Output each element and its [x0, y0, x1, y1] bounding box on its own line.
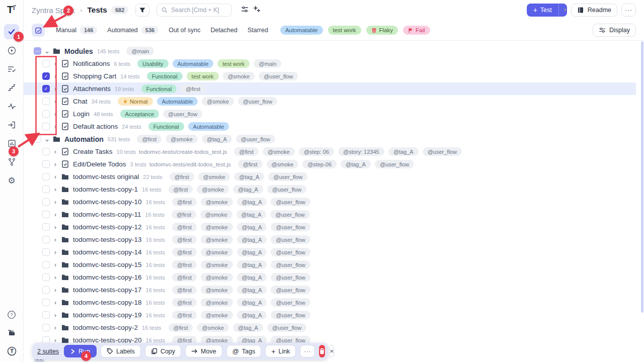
- tag-badge[interactable]: @first: [137, 135, 162, 143]
- tag-badge[interactable]: @tag_A: [236, 210, 267, 219]
- bulk-edit-button[interactable]: [32, 24, 45, 37]
- tag-badge[interactable]: @first: [172, 198, 197, 206]
- tag-badge[interactable]: @first: [238, 160, 263, 168]
- suite-row[interactable]: —⌄Modules145 tests@main: [24, 45, 644, 57]
- sidebar-item-branches[interactable]: [4, 154, 19, 169]
- tag-badge[interactable]: @tag_A: [237, 286, 267, 294]
- suite-row[interactable]: ›todomvc-tests original22 tests@first@sm…: [24, 170, 644, 183]
- suite-name[interactable]: Chat: [73, 98, 88, 105]
- chevron-right-icon[interactable]: ›: [53, 85, 58, 93]
- delete-button[interactable]: [319, 345, 325, 357]
- tag-badge[interactable]: @first: [172, 311, 197, 319]
- ai-sparkle-icon[interactable]: [253, 5, 261, 15]
- tag-badge[interactable]: @smoke: [200, 210, 232, 219]
- row-checkbox[interactable]: [42, 60, 50, 67]
- tag-badge[interactable]: @tag_A: [237, 235, 267, 244]
- chevron-right-icon[interactable]: ›: [53, 211, 58, 218]
- row-checkbox[interactable]: ✓: [42, 72, 50, 80]
- add-test-button[interactable]: +Test ▼: [527, 4, 567, 17]
- tag-badge[interactable]: @tag_A: [233, 185, 263, 194]
- chevron-right-icon[interactable]: ›: [53, 311, 58, 319]
- label-badge[interactable]: Acceptance: [120, 110, 159, 118]
- tag-badge[interactable]: @smoke: [201, 235, 233, 244]
- sidebar-item-import[interactable]: [4, 117, 19, 132]
- sidebar-item-help[interactable]: ?: [4, 309, 19, 321]
- tag-badge[interactable]: @user_flow: [271, 286, 310, 294]
- bar-more-button[interactable]: ···: [300, 345, 315, 357]
- suite-row[interactable]: ›Login48 testsAcceptance@user_flow: [24, 108, 644, 120]
- search-input[interactable]: Search [Cmd + K]: [156, 4, 232, 17]
- row-checkbox[interactable]: [42, 198, 50, 206]
- suite-row[interactable]: ›todomvc-tests-copy-1616 tests@first@smo…: [24, 271, 644, 284]
- link-button[interactable]: +Link: [265, 345, 296, 357]
- tag-badge[interactable]: @user_flow: [270, 210, 309, 219]
- sidebar-item-settings[interactable]: ⚙: [4, 173, 19, 188]
- filter-chip-fail[interactable]: Fail: [403, 26, 430, 35]
- chevron-right-icon[interactable]: ›: [53, 261, 58, 268]
- tag-badge[interactable]: @first: [169, 185, 193, 194]
- filter-tab-out-of-sync[interactable]: Out of sync: [169, 27, 200, 34]
- filter-tab-automated[interactable]: Automated536: [107, 26, 158, 34]
- tag-badge[interactable]: @smoke: [166, 135, 198, 143]
- suite-row[interactable]: ›todomvc-tests-copy-1116 tests@first@smo…: [24, 208, 644, 221]
- scrollbar[interactable]: [641, 41, 643, 313]
- tag-badge[interactable]: @smoke: [201, 298, 233, 307]
- tag-badge[interactable]: @smoke: [197, 323, 229, 332]
- tag-badge[interactable]: @first: [170, 172, 194, 181]
- tag-badge[interactable]: @first: [172, 298, 197, 307]
- sidebar-item-account[interactable]: T: [4, 345, 19, 357]
- suite-name[interactable]: todomvc-tests-copy-10: [73, 198, 142, 206]
- tag-badge[interactable]: @user_flow: [271, 248, 310, 256]
- sidebar-item-pulse[interactable]: [4, 99, 19, 114]
- filter-chip-test-work[interactable]: test work: [328, 26, 361, 35]
- label-badge[interactable]: Functional: [148, 122, 184, 131]
- tag-badge[interactable]: @user_flow: [375, 160, 414, 168]
- chevron-right-icon[interactable]: ›: [53, 148, 58, 155]
- chevron-right-icon[interactable]: ›: [53, 299, 58, 306]
- suite-row[interactable]: ›Notifications6 testsUsabilityAutomatabl…: [24, 57, 644, 70]
- tag-badge[interactable]: @tag_A: [234, 172, 264, 181]
- copy-button[interactable]: Copy: [145, 345, 181, 357]
- row-checkbox[interactable]: [42, 148, 50, 155]
- row-checkbox[interactable]: [42, 236, 50, 243]
- tag-badge[interactable]: @tag_A: [341, 160, 371, 168]
- suite-name[interactable]: todomvc-tests-copy-1: [73, 186, 138, 193]
- suite-name[interactable]: Shopping Cart: [73, 72, 116, 80]
- tag-badge[interactable]: @user_flow: [271, 223, 310, 231]
- suite-row[interactable]: ⌄Automation531 tests@first@smoke@tag_A@u…: [24, 133, 644, 145]
- chevron-right-icon[interactable]: ›: [53, 274, 58, 281]
- sidebar-item-test-plans[interactable]: [4, 61, 19, 76]
- suite-row[interactable]: ✓›Attachments19 testsFunctional@first: [24, 82, 636, 95]
- chevron-right-icon[interactable]: ›: [53, 286, 58, 294]
- row-checkbox[interactable]: [42, 286, 50, 294]
- suite-name[interactable]: todomvc-tests-copy-19: [73, 311, 142, 319]
- tag-badge[interactable]: @smoke: [201, 286, 233, 294]
- label-badge[interactable]: Automatable: [188, 122, 229, 131]
- label-badge[interactable]: Normal: [118, 97, 152, 106]
- row-checkbox[interactable]: [42, 173, 50, 180]
- suite-row[interactable]: ✓›Shopping Cart14 testsFunctionaltest wo…: [24, 70, 644, 82]
- suite-row[interactable]: ›todomvc-tests-copy-216 tests@first@smok…: [24, 321, 644, 334]
- suite-name[interactable]: Default actions: [73, 123, 118, 130]
- row-checkbox[interactable]: [42, 160, 50, 168]
- tag-badge[interactable]: @user_flow: [271, 260, 310, 269]
- tag-badge[interactable]: @smoke: [267, 160, 299, 168]
- view-settings-icon[interactable]: [241, 6, 249, 15]
- tag-badge[interactable]: @user_flow: [236, 135, 275, 143]
- tag-badge[interactable]: @tag_A: [237, 248, 267, 256]
- tag-badge[interactable]: @first: [172, 286, 197, 294]
- tag-badge[interactable]: @smoke: [201, 198, 233, 206]
- row-checkbox[interactable]: [42, 248, 50, 256]
- label-badge[interactable]: test work: [217, 59, 250, 68]
- suite-row[interactable]: ›Edit/Delete Todos3 teststodomvc-tests/e…: [24, 158, 644, 170]
- row-checkbox[interactable]: —: [34, 47, 41, 55]
- suite-name[interactable]: todomvc-tests-copy-2: [73, 324, 138, 331]
- sidebar-item-steps[interactable]: [4, 80, 19, 95]
- suite-name[interactable]: todomvc-tests-copy-16: [73, 274, 142, 281]
- suite-name[interactable]: todomvc-tests-copy-18: [73, 299, 142, 306]
- suite-name[interactable]: todomvc-tests-copy-15: [73, 261, 142, 268]
- filter-chip-automatable[interactable]: Automatable: [280, 26, 323, 35]
- tag-badge[interactable]: @first: [234, 147, 259, 156]
- label-badge[interactable]: Usability: [137, 59, 169, 68]
- chevron-right-icon[interactable]: ›: [53, 236, 58, 243]
